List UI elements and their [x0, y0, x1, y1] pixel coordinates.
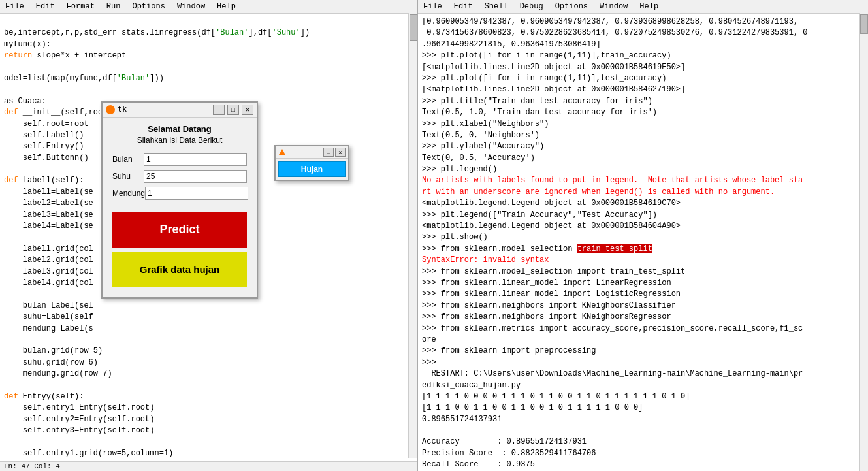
menu-options[interactable]: Options — [129, 1, 167, 12]
label-suhu: Suhu — [112, 172, 144, 181]
menu-edit[interactable]: Edit — [33, 1, 57, 12]
svg-marker-0 — [279, 149, 285, 155]
menu-format[interactable]: Format — [64, 1, 97, 12]
tk-title: tk — [118, 105, 127, 114]
right-menu-edit[interactable]: Edit — [451, 1, 475, 12]
hujan-content: Hujan — [276, 159, 348, 180]
tk-app-icon — [106, 105, 115, 114]
label-bulan: Bulan — [112, 155, 144, 164]
right-scrollbar[interactable] — [859, 13, 868, 471]
right-menu-options[interactable]: Options — [553, 1, 590, 12]
right-menu-debug[interactable]: Debug — [517, 1, 546, 12]
hujan-close-button[interactable]: ✕ — [335, 148, 346, 157]
subtext: Silahkan Isi Data Berikut — [112, 136, 247, 145]
left-menu-bar: File Edit Format Run Options Window Help — [0, 0, 417, 14]
right-menu-file[interactable]: File — [421, 1, 445, 12]
tk-titlebar: tk – □ ✕ — [103, 103, 257, 118]
tk-minimize-button[interactable]: – — [213, 105, 225, 115]
form-row-bulan: Bulan — [112, 153, 247, 166]
right-menu-window[interactable]: Window — [597, 1, 630, 12]
menu-window[interactable]: Window — [174, 1, 208, 12]
right-menu-shell[interactable]: Shell — [482, 1, 511, 12]
menu-file[interactable]: File — [3, 1, 27, 12]
cursor-position: Ln: 47 Col: 4 — [4, 463, 60, 470]
right-menu-help[interactable]: Help — [637, 1, 661, 12]
input-mendung[interactable] — [145, 187, 248, 200]
form-row-suhu: Suhu — [112, 170, 247, 183]
right-menu-bar: File Edit Shell Debug Options Window Hel… — [418, 0, 868, 14]
hujan-app-icon — [278, 148, 286, 156]
left-status-bar: Ln: 47 Col: 4 — [0, 461, 417, 471]
form-row-mendung: Mendung — [112, 187, 247, 200]
console-output[interactable]: [0.9609053497942387, 0.9609053497942387,… — [418, 14, 868, 471]
predict-button[interactable]: Predict — [112, 212, 247, 248]
input-suhu[interactable] — [144, 170, 247, 183]
tk-close-button[interactable]: ✕ — [242, 105, 253, 115]
left-scrollbar[interactable] — [408, 13, 417, 458]
hujan-result-label: Hujan — [278, 161, 346, 177]
hujan-maximize-button[interactable]: □ — [323, 148, 334, 157]
label-mendung: Mendung — [112, 189, 145, 198]
tk-dialog-window: tk – □ ✕ Selamat Datang Silahkan Isi Dat… — [101, 101, 258, 299]
greeting-text: Selamat Datang — [112, 124, 247, 134]
menu-run[interactable]: Run — [104, 1, 123, 12]
hujan-result-window: □ ✕ Hujan — [274, 145, 349, 181]
menu-help[interactable]: Help — [214, 1, 238, 12]
hujan-titlebar: □ ✕ — [276, 146, 348, 159]
grafik-button[interactable]: Grafik data hujan — [112, 252, 247, 287]
tk-maximize-button[interactable]: □ — [227, 105, 239, 115]
input-bulan[interactable] — [144, 153, 247, 166]
